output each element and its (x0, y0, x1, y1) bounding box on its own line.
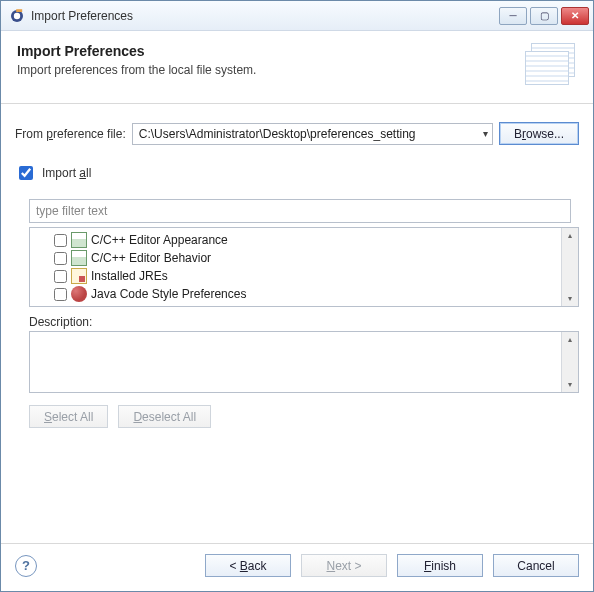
wizard-content: From preference file: C:\Users\Administr… (1, 104, 593, 543)
window-title: Import Preferences (31, 9, 133, 23)
scroll-up-icon[interactable]: ▴ (563, 332, 578, 347)
tree-item-checkbox[interactable] (54, 288, 67, 301)
selection-buttons: Select All Deselect All (29, 405, 579, 428)
select-all-button[interactable]: Select All (29, 405, 108, 428)
svg-point-1 (14, 12, 20, 18)
tree-item-label: Java Code Style Preferences (91, 287, 246, 301)
preferences-tree[interactable]: C/C++ Editor Appearance C/C++ Editor Beh… (29, 227, 579, 307)
filter-input[interactable] (29, 199, 571, 223)
page-subtitle: Import preferences from the local file s… (17, 63, 256, 77)
wizard-footer: ? < Back Next > Finish Cancel (1, 543, 593, 591)
description-label: Description: (29, 315, 579, 329)
tree-scrollbar[interactable]: ▴ ▾ (561, 228, 578, 306)
description-box: ▴ ▾ (29, 331, 579, 393)
import-all-row: Import all (15, 163, 579, 183)
sheet-icon (71, 232, 87, 248)
svg-rect-2 (16, 9, 22, 12)
import-all-checkbox[interactable] (19, 166, 33, 180)
tree-item[interactable]: Java Code Style Preferences (34, 285, 557, 303)
tree-item[interactable]: Installed JREs (34, 267, 557, 285)
header-illustration (521, 43, 577, 89)
back-button[interactable]: < Back (205, 554, 291, 577)
description-scrollbar[interactable]: ▴ ▾ (561, 332, 578, 392)
preferences-panel: C/C++ Editor Appearance C/C++ Editor Beh… (29, 193, 579, 533)
preference-file-label: From preference file: (15, 127, 126, 141)
chevron-down-icon: ▾ (483, 128, 488, 139)
tree-item-label: C/C++ Editor Appearance (91, 233, 228, 247)
minimize-button[interactable]: ─ (499, 7, 527, 25)
preference-file-row: From preference file: C:\Users\Administr… (15, 122, 579, 145)
app-icon (9, 8, 25, 24)
tree-item[interactable]: C/C++ Editor Appearance (34, 231, 557, 249)
tree-item-label: Installed JREs (91, 269, 168, 283)
help-icon[interactable]: ? (15, 555, 37, 577)
next-button[interactable]: Next > (301, 554, 387, 577)
import-all-label: Import all (42, 166, 91, 180)
page-title: Import Preferences (17, 43, 256, 59)
preference-file-combo[interactable]: C:\Users\Administrator\Desktop\preferenc… (132, 123, 493, 145)
scroll-down-icon[interactable]: ▾ (563, 291, 578, 306)
sheet-icon (71, 250, 87, 266)
scroll-up-icon[interactable]: ▴ (563, 228, 578, 243)
close-button[interactable]: ✕ (561, 7, 589, 25)
titlebar[interactable]: Import Preferences ─ ▢ ✕ (1, 1, 593, 31)
finish-button[interactable]: Finish (397, 554, 483, 577)
scroll-down-icon[interactable]: ▾ (563, 377, 578, 392)
deselect-all-button[interactable]: Deselect All (118, 405, 211, 428)
dialog-window: Import Preferences ─ ▢ ✕ Import Preferen… (0, 0, 594, 592)
tree-item-checkbox[interactable] (54, 270, 67, 283)
tree-item[interactable]: C/C++ Editor Behavior (34, 249, 557, 267)
toolbox-icon (71, 268, 87, 284)
tree-item-label: C/C++ Editor Behavior (91, 251, 211, 265)
maximize-button[interactable]: ▢ (530, 7, 558, 25)
tree-item-checkbox[interactable] (54, 252, 67, 265)
java-icon (71, 286, 87, 302)
preference-file-value: C:\Users\Administrator\Desktop\preferenc… (139, 127, 483, 141)
wizard-header: Import Preferences Import preferences fr… (1, 31, 593, 104)
tree-item-checkbox[interactable] (54, 234, 67, 247)
cancel-button[interactable]: Cancel (493, 554, 579, 577)
browse-button[interactable]: Browse... (499, 122, 579, 145)
